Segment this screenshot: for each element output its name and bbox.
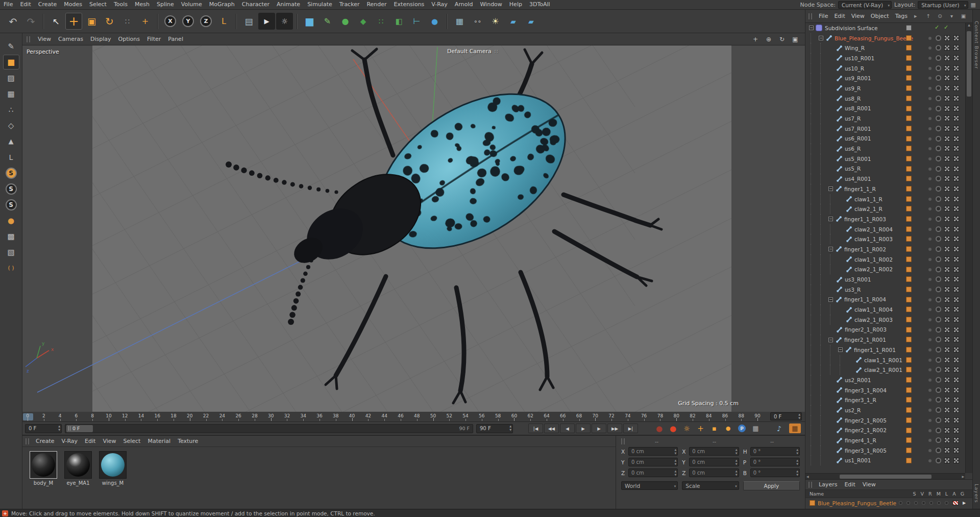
visibility-ring[interactable] <box>936 136 941 142</box>
texture-tag-icon[interactable] <box>953 256 959 262</box>
tree-item-claw2-1-r001[interactable]: claw2_1_R001 <box>805 365 965 375</box>
layer-color-tag[interactable] <box>906 337 912 342</box>
polygons-mode-icon[interactable]: ▲ <box>3 134 19 149</box>
material-menu-select[interactable]: Select <box>120 437 144 446</box>
visibility-ring[interactable] <box>936 96 941 101</box>
axis-lock-icon[interactable]: ( ) <box>3 261 19 275</box>
key-rotation-icon[interactable]: ● <box>722 424 734 433</box>
layer-color-tag[interactable] <box>906 115 912 121</box>
texture-tag-icon[interactable] <box>953 276 959 282</box>
visibility-dot[interactable] <box>928 177 932 180</box>
tree-item-us3-r001[interactable]: us3_R001 <box>805 274 965 285</box>
layer-color-tag[interactable] <box>906 146 912 151</box>
visibility-dot[interactable] <box>928 328 932 332</box>
layer-color-tag[interactable] <box>906 206 912 212</box>
tree-item-finger3-1-r[interactable]: finger3_1_R <box>805 395 965 405</box>
visibility-ring[interactable] <box>936 166 941 172</box>
tree-item-us7-r[interactable]: us7_R <box>805 113 965 124</box>
visibility-dot[interactable] <box>928 449 932 452</box>
tree-item-claw2-1-r002[interactable]: claw2_1_R002 <box>805 265 965 275</box>
lock-checker-icon[interactable]: ▧ <box>3 245 19 260</box>
boole-generator-icon[interactable]: ◧ <box>390 13 407 30</box>
layer-color-tag[interactable] <box>906 55 912 61</box>
visibility-ring[interactable] <box>936 236 941 242</box>
visibility-ring[interactable] <box>936 448 941 453</box>
tree-item-us4-r001[interactable]: us4_R001 <box>805 174 965 184</box>
layer-toggle-r[interactable] <box>914 501 918 505</box>
collapse-icon[interactable]: − <box>828 297 833 302</box>
weight-tag-icon[interactable] <box>944 448 950 453</box>
weight-tag-icon[interactable] <box>944 196 950 202</box>
visibility-dot[interactable] <box>928 409 932 412</box>
layer-color-tag[interactable] <box>906 448 912 453</box>
layers-menu-layers[interactable]: Layers <box>815 480 841 489</box>
viewport-menu-filter[interactable]: Filter <box>143 35 164 44</box>
visibility-dot[interactable] <box>928 298 932 301</box>
visibility-dot[interactable] <box>928 429 932 432</box>
texture-tag-icon[interactable] <box>953 216 959 222</box>
layer-color-tag[interactable] <box>906 407 912 413</box>
coord-field-x-1[interactable]: 0 cm▲▼ <box>689 447 739 456</box>
layout-grid-icon[interactable]: ▦ <box>971 2 976 8</box>
tree-item-subdivision-surface[interactable]: −Subdivision Surface✓✓ <box>805 23 965 33</box>
material-thumbnail[interactable] <box>30 451 57 479</box>
visibility-ring[interactable] <box>936 115 941 121</box>
visibility-ring[interactable] <box>936 347 941 353</box>
visibility-ring[interactable] <box>936 428 941 433</box>
enable-axis-icon[interactable]: L <box>3 150 19 165</box>
visibility-ring[interactable] <box>936 186 941 192</box>
weight-tag-icon[interactable] <box>944 357 950 363</box>
visibility-ring[interactable] <box>936 437 941 443</box>
visibility-dot[interactable] <box>928 97 932 100</box>
om-menu-object[interactable]: Object <box>868 12 892 21</box>
spinner-arrows-icon[interactable]: ▲▼ <box>796 469 798 477</box>
pen-spline-icon[interactable]: ✎ <box>319 13 336 30</box>
tree-item-finger2-1-r005[interactable]: finger2_1_R005 <box>805 415 965 426</box>
layer-color-tag[interactable] <box>906 317 912 322</box>
texture-tag-icon[interactable] <box>953 387 959 393</box>
weight-tag-icon[interactable] <box>944 347 950 353</box>
weight-tag-icon[interactable] <box>944 458 950 463</box>
coord-field-p-2[interactable]: 0 °▲▼ <box>750 458 800 466</box>
viewport-menu-display[interactable]: Display <box>87 35 115 44</box>
layers-menu-view[interactable]: View <box>859 480 879 489</box>
texture-tag-icon[interactable] <box>953 397 959 403</box>
texture-tag-icon[interactable] <box>953 337 959 342</box>
texture-tag-icon[interactable] <box>953 146 959 151</box>
coord-field-b-2[interactable]: 0 °▲▼ <box>750 468 800 477</box>
coord-system-icon[interactable]: L <box>215 13 232 30</box>
pan-view-icon[interactable]: + <box>750 35 761 44</box>
tree-item-finger2-1-r002[interactable]: finger2_1_R002 <box>805 426 965 436</box>
move-tool-icon[interactable]: + <box>65 13 82 30</box>
visibility-dot[interactable] <box>928 37 932 40</box>
texture-tag-icon[interactable] <box>953 206 959 212</box>
spinner-arrows-icon[interactable]: ▲▼ <box>796 448 798 455</box>
visibility-dot[interactable] <box>928 338 932 341</box>
weight-tag-icon[interactable] <box>944 115 950 121</box>
tree-item-us6-r[interactable]: us6_R <box>805 144 965 154</box>
texture-tag-icon[interactable] <box>953 226 959 232</box>
timeline-ruler[interactable]: 0246810121416182022242628303234363840424… <box>22 412 805 422</box>
visibility-dot[interactable] <box>928 147 932 150</box>
visibility-ring[interactable] <box>936 407 941 413</box>
menu-render[interactable]: Render <box>363 0 390 9</box>
material-thumbnail[interactable] <box>64 451 92 479</box>
visibility-dot[interactable] <box>928 238 932 241</box>
orbit-view-icon[interactable]: ↻ <box>777 35 787 44</box>
texture-tag-icon[interactable] <box>953 246 959 252</box>
texture-tag-icon[interactable] <box>953 357 959 363</box>
menu-v-ray[interactable]: V-Ray <box>428 0 451 9</box>
texture-tag-icon[interactable] <box>953 176 959 181</box>
weight-tag-icon[interactable] <box>944 55 950 61</box>
layer-color-tag[interactable] <box>906 256 912 262</box>
material-menu-edit[interactable]: Edit <box>81 437 99 446</box>
visibility-ring[interactable] <box>936 337 941 342</box>
texture-tag-icon[interactable] <box>953 85 959 91</box>
play-icon[interactable]: ▶ <box>963 501 966 505</box>
visibility-ring[interactable] <box>936 126 941 131</box>
tree-item-us10-r[interactable]: us10_R <box>805 63 965 74</box>
visibility-dot[interactable] <box>928 288 932 291</box>
lock-y-icon[interactable]: Y <box>180 13 197 30</box>
menu-modes[interactable]: Modes <box>60 0 86 9</box>
viewport-menu-options[interactable]: Options <box>115 35 143 44</box>
